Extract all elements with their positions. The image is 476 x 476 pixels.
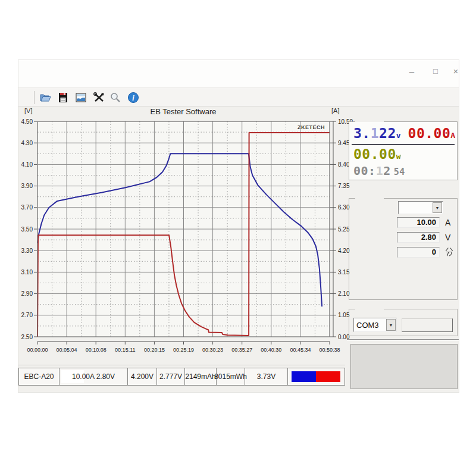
- power-readout: 00.00w: [353, 146, 401, 162]
- message-panel: [350, 344, 458, 389]
- settings-group-box: ▼ 10.00 A 2.80 V 0: [349, 198, 458, 300]
- y-right-tick-label: 2.10: [338, 290, 350, 297]
- y-right-tick-label: 6.30: [338, 204, 350, 211]
- y-left-tick-label: 3.50: [21, 226, 33, 233]
- y-left-tick-label: 3.10: [21, 269, 33, 275]
- export-image-icon[interactable]: [73, 90, 89, 105]
- y-left-tick-label: 3.90: [21, 183, 33, 189]
- com-port-select[interactable]: COM3 ▼: [353, 318, 397, 332]
- magnifier-glyph: [109, 92, 122, 104]
- watermark: ZKETECH: [298, 124, 325, 130]
- y-left-tick-label: 4.10: [21, 161, 33, 168]
- elapsed-time-readout: 00:1254: [353, 164, 405, 178]
- status-cell-4: 2149mAh: [185, 368, 217, 385]
- x-tick-label: 00:30:23: [202, 347, 223, 353]
- mode-select[interactable]: ▼: [398, 201, 443, 214]
- x-tick-label: 00:35:27: [231, 347, 252, 353]
- open-folder-glyph: [39, 92, 52, 104]
- y-right-tick-label: 4.20: [338, 248, 350, 254]
- status-bar: EBC-A2010.00A 2.80V4.200V2.777V2149mAh80…: [18, 365, 345, 386]
- status-swatch-red: [316, 371, 340, 382]
- current-input[interactable]: 10.00: [397, 217, 440, 228]
- close-button[interactable]: ×: [448, 65, 464, 78]
- y-right-tick-label: 9.45: [338, 140, 350, 146]
- minutes-unit-label: [445, 248, 457, 258]
- status-bar-topline: [18, 365, 345, 365]
- image-glyph: [74, 92, 87, 104]
- y-left-tick-label: 2.50: [21, 334, 33, 340]
- chevron-down-icon[interactable]: ▼: [386, 319, 396, 331]
- y-right-tick-label: 8.40: [338, 161, 350, 168]
- display-divider: [352, 144, 455, 145]
- status-cell-1: 10.00A 2.80V: [60, 368, 128, 385]
- minimize-button[interactable]: –: [404, 65, 419, 78]
- chart-plot: 4.504.304.103.903.703.503.303.102.902.70…: [18, 107, 364, 368]
- status-cell-2: 4.200V: [128, 368, 157, 385]
- y-left-tick-label: 2.90: [21, 290, 33, 297]
- crossed-tools-glyph: [92, 92, 105, 104]
- x-tick-label: 00:25:19: [173, 347, 194, 353]
- y-left-tick-label: 2.70: [21, 312, 33, 318]
- floppy-glyph: [57, 92, 70, 104]
- zoom-icon[interactable]: [108, 90, 123, 105]
- current-unit-label: A: [445, 218, 457, 227]
- status-cell-0: EBC-A20: [19, 368, 60, 385]
- y-right-tick-label: 3.15: [338, 269, 350, 275]
- voltage-unit-label: V: [445, 233, 457, 242]
- voltage-readout: 3.122v: [353, 126, 401, 141]
- x-tick-label: 00:05:04: [57, 347, 77, 353]
- status-cell-3: 2.777V: [157, 368, 185, 385]
- y-right-tick-label: 7.35: [338, 183, 350, 189]
- y-left-tick-label: 3.30: [21, 248, 33, 254]
- chevron-down-icon[interactable]: ▼: [433, 202, 442, 213]
- y-right-tick-label: 1.05: [338, 312, 350, 318]
- status-swatch-blue: [292, 371, 316, 382]
- minutes-cjk-glyph: [445, 248, 453, 256]
- com-port-value: COM3: [356, 321, 379, 330]
- x-tick-label: 00:20:15: [144, 347, 165, 353]
- status-cell-6: 3.73V: [245, 368, 288, 385]
- time-input[interactable]: 0: [397, 247, 440, 258]
- x-tick-label: 00:15:11: [115, 347, 135, 353]
- display-row-voltage-current: 3.122v 00.00A: [353, 126, 456, 141]
- x-tick-label: 00:00:00: [27, 347, 48, 353]
- toolbar: i: [18, 87, 459, 107]
- y-left-tick-label: 3.70: [21, 204, 33, 211]
- y-right-tick-label: 5.25: [338, 226, 350, 233]
- com-action-button[interactable]: [402, 318, 453, 332]
- status-cell-5: 8015mWh: [217, 368, 245, 385]
- cutoff-voltage-input[interactable]: 2.80: [397, 232, 440, 243]
- info-icon[interactable]: i: [126, 90, 141, 105]
- panel-separator: [347, 339, 459, 341]
- app-window: – □ ×: [18, 60, 459, 393]
- y-left-tick-label: 4.50: [21, 118, 33, 125]
- x-tick-label: 00:10:08: [86, 347, 107, 353]
- save-icon[interactable]: [55, 90, 71, 105]
- open-file-icon[interactable]: [37, 90, 53, 105]
- x-tick-label: 00:45:34: [290, 347, 311, 353]
- digital-display-panel: 3.122v 00.00A 00.00w 00:1254: [349, 121, 458, 180]
- maximize-button[interactable]: □: [428, 65, 443, 78]
- com-group-box: COM3 ▼: [349, 309, 458, 336]
- page: { "window": { "minimize_glyph": "–", "ma…: [0, 0, 476, 476]
- x-tick-label: 00:40:30: [261, 347, 281, 353]
- x-tick-label: 00:50:38: [319, 347, 340, 353]
- y-left-tick-label: 4.30: [21, 140, 33, 146]
- title-bar: – □ ×: [18, 60, 459, 87]
- toolbar-separator: [34, 91, 35, 104]
- status-row: EBC-A2010.00A 2.80V4.200V2.777V2149mAh80…: [18, 368, 345, 386]
- status-cell-swatches: [288, 368, 345, 385]
- current-readout: 00.00A: [408, 126, 456, 141]
- tools-icon[interactable]: [91, 90, 107, 105]
- info-circle-glyph: i: [127, 92, 140, 104]
